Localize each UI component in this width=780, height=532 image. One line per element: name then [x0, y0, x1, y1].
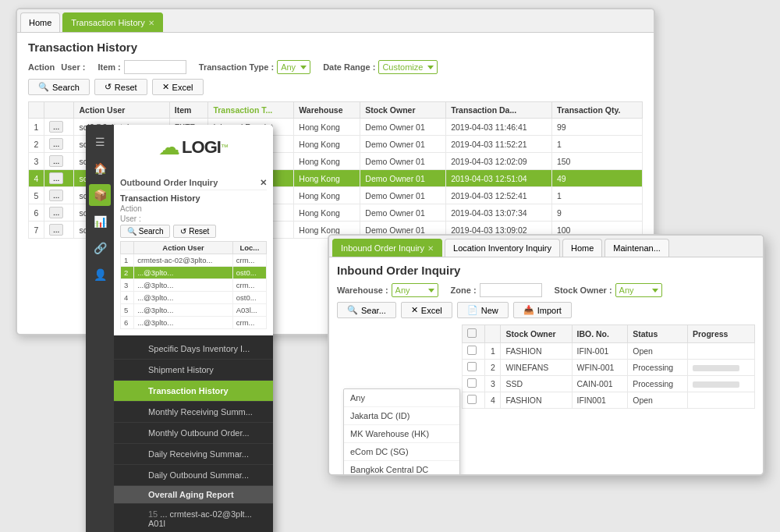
front-col-ibo: IBO. No. [572, 325, 628, 343]
row-num: 5 [29, 187, 44, 204]
front-row-status: Open [628, 343, 688, 360]
ellipsis-button[interactable]: ... [49, 172, 63, 184]
tab-location-inventory[interactable]: Location Inventory Inquiry [445, 239, 560, 257]
reset-button[interactable]: ↺ Reset [94, 79, 147, 95]
dropdown-jakarta[interactable]: Jakarta DC (ID) [344, 407, 459, 425]
select-all-checkbox[interactable] [467, 328, 477, 338]
ellipsis-button[interactable]: ... [49, 190, 63, 201]
ellipsis-button[interactable]: ... [49, 138, 63, 150]
front-table-row[interactable]: 4 FASHION IFIN001 Open [463, 392, 755, 409]
inner-col-loc: Loc... [232, 242, 266, 254]
tab-maintenance[interactable]: Maintenan... [604, 239, 669, 257]
ellipsis-button[interactable]: ... [49, 207, 63, 218]
row-date: 2019-04-03 12:02:09 [446, 153, 552, 170]
front-row-num: 1 [485, 343, 501, 360]
inner-search-button[interactable]: 🔍 Search [120, 225, 170, 238]
front-search-icon: 🔍 [347, 305, 358, 315]
dropdown-mk[interactable]: MK Warehouse (HK) [344, 425, 459, 443]
logo-area: ☁ LOGI ™ [114, 125, 273, 169]
menu-icon-link[interactable]: 🔗 [89, 237, 111, 259]
front-table-row[interactable]: 1 FASHION IFIN-001 Open [463, 343, 755, 360]
dropdown-bangkok[interactable]: Bangkok Central DC [344, 461, 459, 476]
logo-tm: ™ [221, 143, 229, 151]
front-excel-button[interactable]: ✕ Excel [401, 302, 452, 318]
excel-button[interactable]: ✕ Excel [152, 79, 204, 95]
row-warehouse: Hong Kong [294, 153, 360, 170]
ellipsis-button[interactable]: ... [49, 121, 63, 133]
close-inbound-icon[interactable]: ✕ [427, 244, 434, 253]
inner-row-user: ...@3plto... [134, 267, 233, 279]
row-num: 4 [29, 170, 44, 187]
row-checkbox[interactable] [467, 378, 477, 388]
front-table-row[interactable]: 3 SSD CAIN-001 Processing [463, 376, 755, 392]
front-monitor: Inbound Order Inquiry ✕ Location Invento… [328, 234, 764, 476]
inner-row-num: 4 [121, 292, 134, 304]
inner-reset-button[interactable]: ↺ Reset [173, 225, 216, 238]
menu-icon-home[interactable]: ☰ [89, 131, 111, 153]
inner-table-row[interactable]: 4 ...@3plto... ost0... [121, 292, 267, 304]
item-input[interactable] [124, 60, 186, 74]
inner-table-row[interactable]: 3 ...@3plto... crm... [121, 279, 267, 292]
front-row-stock-owner: WINEFANS [501, 360, 572, 376]
ellipsis-button[interactable]: ... [49, 155, 63, 167]
front-row-num: 3 [485, 376, 501, 392]
maintenance-label: Maintenan... [613, 243, 661, 253]
tab-front-home[interactable]: Home [562, 239, 602, 257]
transaction-type-select[interactable]: Any [277, 60, 310, 74]
inner-table-row[interactable]: 1 crmtest-ac-02@3plto... crm... [121, 254, 267, 267]
menu-icon-box[interactable]: 📦 [89, 184, 111, 206]
tab-home[interactable]: Home [20, 12, 60, 32]
front-table-row[interactable]: 2 WINEFANS WFIN-001 Processing [463, 360, 755, 376]
sidebar-item[interactable]: Specific Days Inventory I... [114, 339, 273, 360]
front-row-num: 2 [485, 360, 501, 376]
sidebar-item[interactable]: Overall Aging Report [114, 486, 273, 504]
front-row-status: Processing [628, 360, 688, 376]
row-qty: 1 [551, 136, 642, 153]
menu-icon-chart[interactable]: 📊 [89, 211, 111, 232]
inner-table-row[interactable]: 5 ...@3plto... A03l... [121, 304, 267, 317]
sidebar-item[interactable]: Monthly Receiving Summ... [114, 402, 273, 423]
inner-close-icon[interactable]: ✕ [260, 178, 267, 188]
stock-owner-select[interactable]: Any [615, 283, 662, 297]
action-filter: Action User : [28, 62, 85, 72]
warehouse-select[interactable]: Any [392, 283, 438, 297]
inner-row-loc: crm... [232, 317, 266, 329]
search-button[interactable]: 🔍 Search [28, 79, 90, 95]
sidebar-content: ☁ LOGI ™ Outbound Order Inquiry ✕ Transa… [114, 125, 273, 532]
row-stock-owner: Demo Owner 01 [360, 136, 446, 153]
row-stock-owner: Demo Owner 01 [360, 187, 446, 204]
menu-icon-building[interactable]: 🏠 [89, 158, 111, 179]
zone-input[interactable] [480, 283, 542, 297]
row-qty: 1 [551, 187, 642, 204]
tab-transaction-history[interactable]: Transaction History ✕ [62, 12, 162, 32]
date-range-select[interactable]: Customize [378, 60, 438, 74]
close-icon[interactable]: ✕ [148, 19, 154, 27]
tab-inbound-order[interactable]: Inbound Order Inquiry ✕ [332, 239, 442, 257]
sidebar-item[interactable]: Monthly Outbound Order... [114, 423, 273, 444]
front-import-button[interactable]: 📥 Import [513, 302, 572, 318]
dropdown-any[interactable]: Any [344, 389, 459, 407]
row-checkbox[interactable] [467, 395, 477, 404]
dropdown-ecom[interactable]: eCom DC (SG) [344, 443, 459, 461]
front-content: Inbound Order Inquiry Warehouse : Any Zo… [329, 257, 763, 415]
transaction-type-filter: Transaction Type : Any [199, 60, 310, 74]
inner-table-row[interactable]: 6 ...@3plto... crm... [121, 317, 267, 329]
sidebar-item[interactable]: Shipment History [114, 360, 273, 381]
reset-label: Reset [115, 83, 137, 92]
front-search-button[interactable]: 🔍 Sear... [337, 302, 396, 318]
col-action-user: Action User [74, 102, 169, 119]
logo-text: LOGI [182, 137, 221, 158]
front-new-button[interactable]: 📄 New [457, 302, 509, 318]
sidebar-item[interactable]: Daily Outbound Summar... [114, 465, 273, 486]
sidebar-item[interactable]: Transaction History [114, 381, 273, 402]
col-transaction-type[interactable]: Transaction T... [208, 102, 294, 119]
menu-icon-user[interactable]: 👤 [89, 264, 111, 286]
sidebar-item[interactable]: Daily Receiving Summar... [114, 444, 273, 465]
row-checkbox[interactable] [467, 346, 477, 355]
ellipsis-button[interactable]: ... [49, 224, 63, 236]
sidebar-item-extra[interactable]: 15 ... crmtest-ac-02@3plt... A01l [114, 504, 273, 532]
excel-label: Excel [172, 83, 193, 92]
inner-table-row[interactable]: 2 ...@3plto... ost0... [121, 267, 267, 279]
row-checkbox[interactable] [467, 362, 477, 371]
row-date: 2019-04-03 12:52:41 [446, 187, 552, 204]
